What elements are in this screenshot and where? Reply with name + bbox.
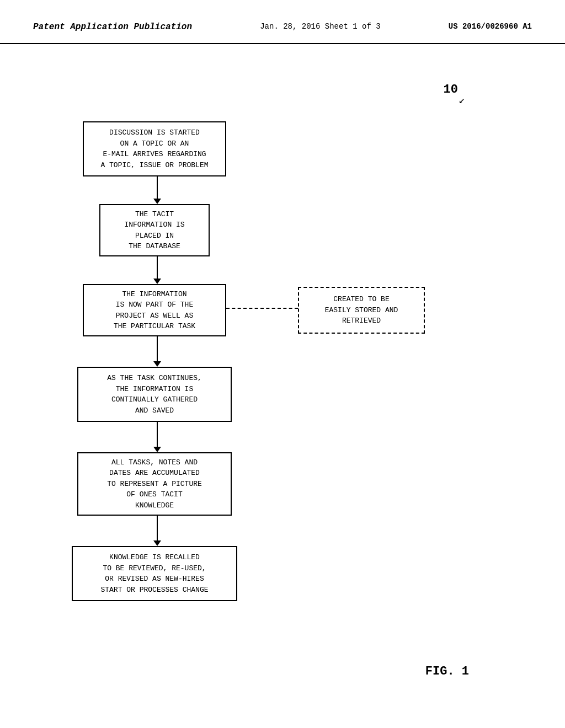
box1-text: DISCUSSION IS STARTEDON A TOPIC OR ANE-M… [100, 127, 208, 170]
flowchart: 10 ↙ DISCUSSION IS STARTEDON A TOPIC OR … [28, 77, 524, 711]
box5-text: ALL TASKS, NOTES ANDDATES ARE ACCUMULATE… [107, 457, 202, 511]
arrow-3-4 [153, 336, 161, 367]
header-right-label: US 2016/0026960 A1 [449, 22, 532, 31]
box3b-text: CREATED TO BEEASILY STORED ANDRETRIEVED [325, 294, 398, 326]
flowchart-box-5: ALL TASKS, NOTES ANDDATES ARE ACCUMULATE… [77, 452, 232, 516]
flowchart-box-1: DISCUSSION IS STARTEDON A TOPIC OR ANE-M… [83, 121, 226, 176]
page: Patent Application Publication Jan. 28, … [0, 0, 565, 728]
content: 10 ↙ DISCUSSION IS STARTEDON A TOPIC OR … [0, 44, 565, 717]
box6-text: KNOWLEDGE IS RECALLEDTO BE REVIEWED, RE-… [100, 552, 208, 595]
flowchart-box-2: THE TACITINFORMATION ISPLACED INTHE DATA… [99, 204, 210, 256]
fig-label: FIG. 1 [425, 665, 469, 678]
header-center-label: Jan. 28, 2016 Sheet 1 of 3 [260, 22, 380, 31]
arrow-1-2 [153, 176, 161, 204]
header-left-label: Patent Application Publication [33, 22, 192, 32]
flowchart-box-4: AS THE TASK CONTINUES,THE INFORMATION IS… [77, 367, 232, 422]
diagram-id-arrow: ↙ [459, 94, 465, 106]
flowchart-box-3b: CREATED TO BEEASILY STORED ANDRETRIEVED [298, 287, 425, 334]
arrow-5-6 [153, 516, 161, 546]
arrow-4-5 [153, 422, 161, 452]
diagram-id: 10 [444, 83, 458, 97]
box2-text: THE TACITINFORMATION ISPLACED INTHE DATA… [124, 209, 184, 252]
flowchart-box-6: KNOWLEDGE IS RECALLEDTO BE REVIEWED, RE-… [72, 546, 237, 601]
box4-text: AS THE TASK CONTINUES,THE INFORMATION IS… [107, 373, 202, 416]
box3-text: THE INFORMATIONIS NOW PART OF THEPROJECT… [114, 289, 195, 332]
flowchart-box-3: THE INFORMATIONIS NOW PART OF THEPROJECT… [83, 284, 226, 336]
dashed-connector [226, 308, 298, 309]
header: Patent Application Publication Jan. 28, … [0, 0, 565, 44]
arrow-2-3 [153, 256, 161, 284]
